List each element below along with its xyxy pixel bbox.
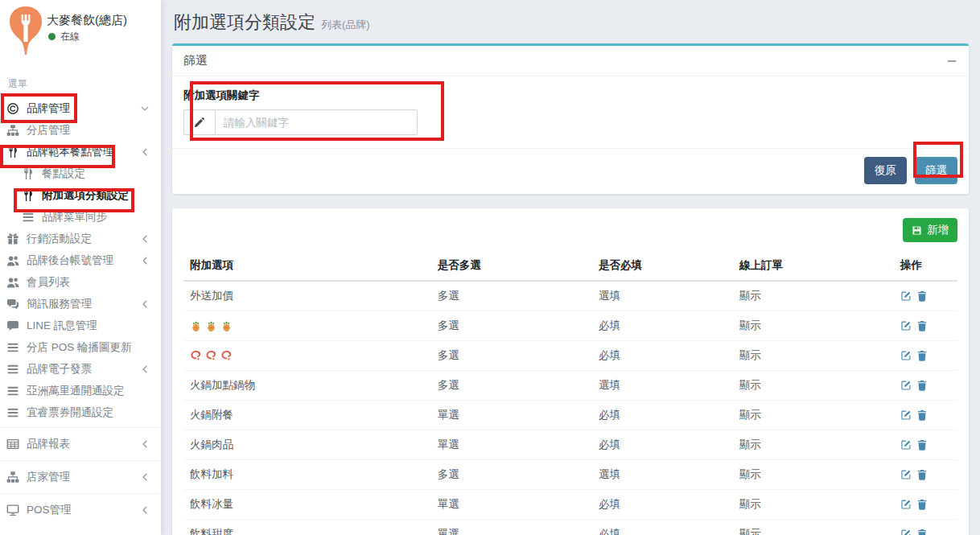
delete-button[interactable] [916,290,928,302]
delete-button[interactable] [916,409,928,421]
multi-select-cell: 多選 [431,281,592,311]
actions-cell [894,430,957,460]
sidebar-item-store-management[interactable]: 店家管理 [0,465,161,489]
sidebar-item-label: LINE 訊息管理 [27,319,97,333]
shrimp-emoji-icon [205,350,217,362]
addon-name-cell: 外送加價 [183,281,431,311]
required-cell: 選填 [592,281,733,311]
sidebar-item-pos-management[interactable]: POS管理 [0,498,161,522]
addon-name-cell: 火鍋附餐 [183,401,431,430]
users-icon [6,254,19,267]
edit-button[interactable] [900,380,912,391]
sidebar-item-addon-category-settings[interactable]: 附加選項分類設定 [0,184,161,206]
multi-select-cell: 單選 [431,520,592,535]
keyword-input[interactable] [215,109,418,135]
sidebar-item-label: 分店管理 [27,123,70,138]
addon-name-cell [183,311,431,341]
delete-button[interactable] [916,350,928,361]
add-button[interactable]: 新增 [903,218,957,242]
bars-icon [6,363,19,376]
sidebar-item-brand-backend-accounts[interactable]: 品牌後台帳號管理 [0,249,161,271]
actions-cell [894,490,957,520]
actions-cell [894,401,957,430]
delete-button[interactable] [916,320,928,331]
edit-button[interactable] [900,350,912,361]
sidebar-item-label: 品牌範本餐點管理 [27,145,113,159]
filter-panel-title: 篩選 [183,53,208,68]
utensils-icon [6,146,19,158]
sidebar-item-brand-template-meal[interactable]: 品牌範本餐點管理 [0,141,161,163]
brand-logo-icon [8,6,43,59]
online-order-cell: 顯示 [733,520,894,535]
actions-cell [894,341,957,371]
addon-name-cell: 火鍋肉品 [183,430,431,460]
sidebar-item-label: 亞洲萬里通開通設定 [27,384,125,398]
column-header: 操作 [894,250,957,281]
sidebar-item-brand-e-invoice[interactable]: 品牌電子發票 [0,358,161,380]
column-header: 附加選項 [183,250,431,281]
edit-button[interactable] [900,529,912,535]
sidebar-item-label: 行銷活動設定 [27,232,92,246]
sidebar: 大麥餐飲(總店) 在線 選單 品牌管理分店管理品牌範本餐點管理餐點設定附加選項分… [0,0,161,535]
table-row: 多選必填顯示 [183,341,957,371]
actions-cell [894,520,957,535]
sidebar-item-marketing-settings[interactable]: 行銷活動設定 [0,228,161,249]
delete-button[interactable] [916,499,928,510]
table-row: 飲料加料多選選填顯示 [183,460,957,490]
edit-button[interactable] [900,439,912,451]
reset-button[interactable]: 復原 [864,157,907,184]
collapse-minus-icon[interactable] [946,56,957,67]
chevron-down-icon [140,104,150,113]
edit-button[interactable] [900,469,912,480]
column-header: 線上訂單 [733,250,894,281]
brand-name: 大麥餐飲(總店) [47,13,127,28]
comments-icon [6,298,19,311]
delete-button[interactable] [916,469,928,480]
edit-button[interactable] [900,409,912,421]
shrimp-emoji-icon [190,350,202,362]
required-cell: 必填 [592,341,733,371]
sidebar-item-brand-menu-sync[interactable]: 品牌菜單同步 [0,206,161,228]
sidebar-item-asia-miles-settings[interactable]: 亞洲萬里通開通設定 [0,380,161,401]
sidebar-item-meal-settings[interactable]: 餐點設定 [0,163,161,184]
brand-status: 在線 [48,30,80,43]
table-row: 火鍋附餐單選必填顯示 [183,401,957,430]
online-order-cell: 顯示 [733,460,894,490]
pineapple-emoji-icon [205,320,217,332]
table-row: 多選必填顯示 [183,311,957,341]
filter-card-footer: 復原 篩選 [172,148,969,194]
pineapple-emoji-icon [190,320,202,332]
keyword-field-label: 附加選項關鍵字 [183,88,957,103]
required-cell: 選填 [592,460,733,490]
edit-button[interactable] [900,499,912,510]
filter-card: 篩選 附加選項關鍵字 復原 篩選 [172,43,969,194]
required-cell: 必填 [592,401,733,430]
table-row: 火鍋肉品單選必填顯示 [183,430,957,460]
online-status-label: 在線 [60,30,80,43]
table-row: 外送加價多選選填顯示 [183,281,957,311]
required-cell: 必填 [592,520,733,535]
sidebar-item-brand-management[interactable]: 品牌管理 [0,97,161,119]
sidebar-item-brand-reports[interactable]: 品牌報表 [0,432,161,456]
sidebar-item-member-list[interactable]: 會員列表 [0,271,161,293]
edit-button[interactable] [900,290,912,302]
main-content: 附加選項分類設定列表(品牌) 篩選 附加選項關鍵字 復原 篩選 新增 [161,0,980,535]
sidebar-item-branch-management[interactable]: 分店管理 [0,119,161,141]
delete-button[interactable] [916,439,928,451]
multi-select-cell: 多選 [431,371,592,401]
delete-button[interactable] [916,529,928,535]
sidebar-item-edenred-ticket-settings[interactable]: 宜睿票券開通設定 [0,401,161,423]
online-order-cell: 顯示 [733,311,894,341]
filter-submit-button[interactable]: 篩選 [915,157,957,184]
comment-icon [6,319,19,332]
sidebar-nav: 品牌管理分店管理品牌範本餐點管理餐點設定附加選項分類設定品牌菜單同步行銷活動設定… [0,97,161,522]
multi-select-cell: 單選 [431,490,592,520]
bars-icon [6,406,19,419]
sidebar-item-line-messages[interactable]: LINE 訊息管理 [0,315,161,336]
sidebar-item-label: 簡訊服務管理 [27,297,92,311]
table-icon [6,438,19,451]
delete-button[interactable] [916,380,928,391]
edit-button[interactable] [900,320,912,331]
sidebar-item-branch-pos-carousel[interactable]: 分店 POS 輪播圖更新 [0,336,161,358]
sidebar-item-sms-service[interactable]: 簡訊服務管理 [0,293,161,315]
